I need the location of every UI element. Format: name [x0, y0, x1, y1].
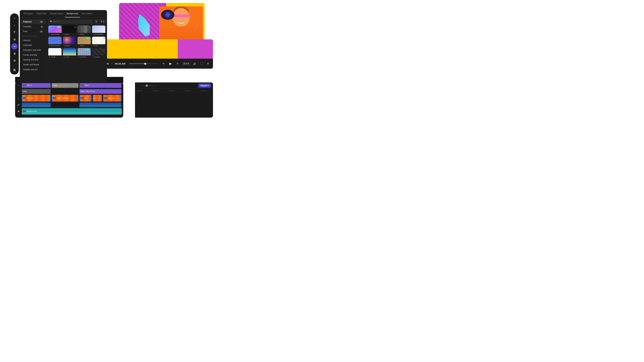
track-clips-video: fx·1 Video.mov fx·1 Video_15666.mov fx·1… [22, 94, 123, 102]
sidebar-item-free[interactable]: Free 39 [21, 29, 46, 34]
grid-item-coast[interactable]: ⬇Coast [63, 48, 76, 58]
timeline-track-audiovideo: 🔊 [15, 102, 123, 108]
sidebar-item-favorites[interactable]: Favorites 3 [21, 24, 46, 29]
stickers-button[interactable]: ✿ [11, 57, 18, 64]
tab-file-import[interactable]: File import [22, 10, 34, 17]
forward-button[interactable]: ⟳ [175, 61, 180, 66]
grid-item-clouds[interactable]: ⬇Clouds [48, 48, 62, 58]
aspect-ratio-selector[interactable]: 16:9 ▾ [182, 62, 190, 65]
timecode-separator: / [112, 62, 112, 65]
track-head-video[interactable]: 🎞 [15, 94, 22, 102]
clip-video-4[interactable]: ✂ [92, 95, 102, 102]
export-label: Export [200, 84, 207, 87]
filter-icon: ≡ [18, 79, 19, 81]
volume-button[interactable]: 🔊 [192, 61, 197, 66]
layout-button[interactable]: ▦ [11, 66, 18, 73]
backgrounds-grid: NEW ⬇Arctic aurora ♥ ⬇Black ♥ ⬇Blocks [48, 25, 105, 58]
clip-audio-1[interactable] [22, 103, 51, 107]
sidebar-item-abstract[interactable]: Abstract [21, 38, 46, 43]
sort-button[interactable]: ⇅ [94, 19, 98, 24]
filter-toolbar-btn[interactable]: ≡ [17, 78, 20, 82]
search-input-wrap[interactable]: 🔍 [48, 19, 93, 24]
zoom-track[interactable] [140, 85, 154, 86]
transitions-button[interactable]: ⊠ [11, 36, 18, 42]
track-clips-main-audio: fx·1 Dreamer.mp4 [22, 108, 123, 115]
timeline-track-text: T Hello When I Was Young [15, 88, 123, 94]
add-button[interactable]: + [11, 15, 18, 21]
rt-track-4 [135, 112, 213, 118]
person-smile [177, 20, 185, 23]
clip-when-i-was-young[interactable]: fx·1 Tittle 4 [80, 83, 122, 88]
heart-badge: ♥ [89, 26, 90, 28]
new-badge: NEW [86, 49, 90, 51]
track-head-main-audio[interactable]: 🔇 [15, 108, 22, 115]
video-thumbnail-3: fx·1 Vid [80, 95, 90, 102]
sidebar-item-education[interactable]: Education and work [21, 48, 46, 52]
rt-track-3 [135, 106, 213, 112]
grid-item-arctic-aurora[interactable]: NEW ⬇Arctic aurora [48, 25, 62, 35]
fullscreen-button[interactable]: ⛶ [199, 61, 204, 66]
search-input[interactable] [54, 20, 92, 23]
transitions-icon: ⊠ [14, 38, 16, 41]
play-button[interactable]: ▶ [168, 61, 173, 66]
grid-item-brown-cappuccino[interactable]: NEW ⬇Brown - cappuccino [78, 37, 91, 47]
tab-intro-videos[interactable]: Intro videos [80, 10, 94, 17]
person-head [173, 8, 190, 26]
grid-item-blue-gradient[interactable]: ⬇Blue gradient [92, 25, 105, 35]
clip-video-5[interactable]: fx·1 Video.mov [103, 95, 122, 102]
filters-button[interactable]: ◑ [11, 50, 18, 57]
text-icon: T [14, 31, 16, 34]
rt-track-1: -1 -5 -10 [135, 94, 213, 100]
player-progress-bar[interactable] [129, 63, 158, 64]
tab-sample-videos[interactable]: Sample videos [48, 10, 65, 17]
sidebar-item-gaming[interactable]: Gaming and tech [21, 57, 46, 62]
effects-icon: ✦ [14, 45, 16, 48]
fullscreen-icon: ⛶ [200, 62, 202, 65]
panel-content: 🔍 ⇅ ⬇ 8 NEW ⬇Arctic aurora ♥ ⬇Blac [46, 17, 107, 86]
grid-item-bokeh[interactable]: ⬇Bokeh [63, 37, 76, 47]
waveform-teal [22, 112, 122, 114]
text-button[interactable]: T [11, 29, 18, 35]
clip-dreamer[interactable]: fx·1 Dreamer.mp4 [22, 108, 122, 115]
rewind-button[interactable]: ⟲ [161, 61, 166, 66]
grid-item-contrast[interactable]: NEW ⬇Contrast [78, 48, 91, 58]
sidebar-item-featured[interactable]: Featured 40 [21, 19, 46, 24]
sidebar-item-cinematic[interactable]: Cinematic [21, 43, 46, 48]
waveform-1 [22, 105, 51, 107]
clip-when-text[interactable]: When I Was Young [80, 89, 122, 94]
clip-title4-1[interactable]: fx·1 Tittle 4 [22, 83, 51, 88]
grid-item-black[interactable]: ♥ ⬇Black [63, 25, 76, 35]
zoom-in-button[interactable]: + [154, 84, 157, 87]
clip-video-3[interactable]: fx·1 Vid [80, 95, 92, 102]
effects-store-label: EFFECTS STORE [20, 34, 46, 38]
audiovideo-icon: 🔊 [17, 104, 20, 106]
tab-backgrounds[interactable]: Backgrounds [65, 10, 80, 17]
track-head-audiovideo[interactable]: 🔊 [15, 102, 22, 108]
export-button[interactable]: Export ▾ [198, 84, 211, 88]
search-icon: 🔍 [50, 20, 52, 23]
grid-item-chat[interactable]: ♥ ⬇Chat [92, 37, 105, 47]
clip-smail[interactable]: Smail 🎉🎉🎉🎉 [52, 83, 78, 88]
settings-button[interactable]: ⚙ [206, 61, 210, 66]
clip-video-2[interactable]: fx·1 Video_15666.mov [52, 95, 78, 102]
search-bar: 🔍 ⇅ ⬇ 8 [48, 19, 105, 24]
track-head-text[interactable]: T [15, 88, 22, 94]
sidebar-item-health[interactable]: Health and fitness [21, 62, 46, 67]
sidebar-item-hobbies[interactable]: Hobbies and art [21, 67, 46, 72]
toolbar-divider [12, 65, 17, 65]
zoom-out-button[interactable]: - [137, 84, 139, 87]
download-all-button[interactable]: ⬇ 8 [100, 19, 105, 24]
media-button[interactable]: ♪ [11, 22, 18, 28]
right-timeline-toolbar: - + Export ▾ [135, 82, 213, 89]
tab-project-files[interactable]: Project files [34, 10, 48, 17]
stickers-icon: ✿ [14, 59, 16, 62]
grid-item-blue-sunburst[interactable]: ⬇Blue Sunburst [48, 37, 62, 47]
clip-audio-2[interactable] [80, 103, 122, 107]
track-head-eye[interactable]: 👁 [15, 82, 22, 88]
clip-hello[interactable]: Hello [22, 89, 51, 94]
clip-video-1[interactable]: fx·1 Video.mov [22, 95, 51, 102]
grid-item-blocks[interactable]: ♥ ⬇Blocks [78, 25, 91, 35]
sidebar-item-family[interactable]: Family and kids [21, 53, 46, 57]
effects-button[interactable]: ✦ [11, 43, 18, 50]
grid-item-coupon[interactable]: ♥ ⬇Coupon [92, 48, 105, 58]
